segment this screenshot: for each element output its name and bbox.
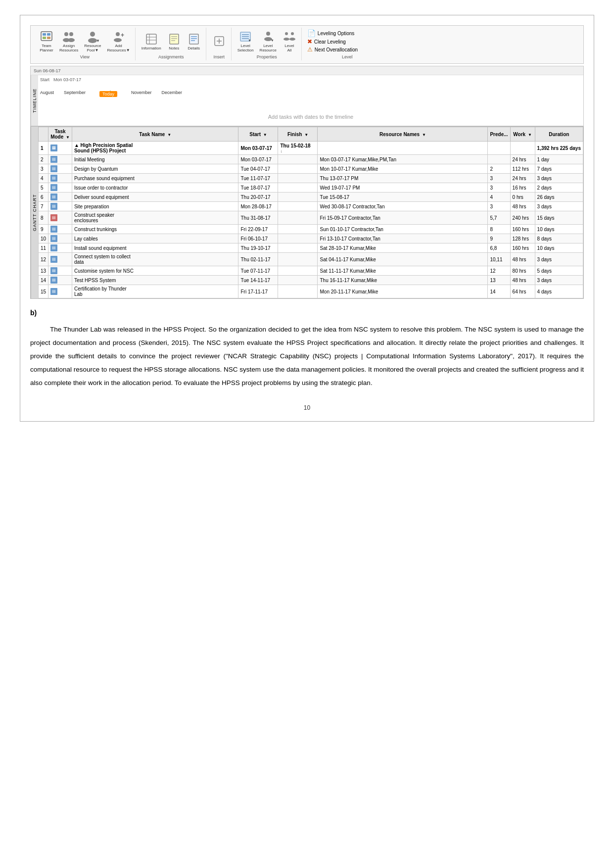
task-mode-icon: ▤ xyxy=(50,244,57,251)
row-num: 6 xyxy=(39,193,48,202)
ribbon-icons-insert xyxy=(210,29,228,53)
col-finish: Finish ▼ xyxy=(278,127,318,142)
task-mode-icon: ▤ xyxy=(50,203,57,210)
row-pred: 9 xyxy=(488,234,510,243)
row-num: 10 xyxy=(39,234,48,243)
row-resources: Mon 03-07-17 Kumar,Mike,PM,Tan xyxy=(318,155,488,164)
row-start: Fri 22-09-17 xyxy=(238,225,278,234)
row-finish xyxy=(278,155,318,164)
row-duration: 2 days xyxy=(535,183,583,193)
row-task-name: Construct speakerenclosures xyxy=(72,211,238,225)
row-duration: 5 days xyxy=(535,266,583,276)
row-pred: 13 xyxy=(488,276,510,285)
level-resource-icon: ▼ xyxy=(261,30,275,44)
row-start: Fri 06-10-17 xyxy=(238,234,278,243)
team-planner-icon xyxy=(40,30,53,44)
information-button[interactable]: Information xyxy=(140,31,163,51)
clear-leveling-icon: ✖ xyxy=(307,38,312,45)
svg-rect-4 xyxy=(47,37,50,39)
gantt-chart: GANTT CHART TaskMode ▼ Task Name ▼ Start… xyxy=(30,126,584,299)
gantt-side-label: GANTT CHART xyxy=(31,127,38,298)
level-all-button[interactable]: LevelAll xyxy=(281,29,298,53)
ribbon-group-level: 📄 Leveling Options ✖ Clear Leveling ⚠ Ne… xyxy=(303,28,392,60)
row-resources: Sun 01-10-17 Contractor,Tan xyxy=(318,225,488,234)
insert-group-label: Insert xyxy=(213,54,225,59)
row-duration: 1,392 hrs 225 days xyxy=(535,142,583,155)
row-work: 48 hrs xyxy=(510,276,535,285)
section-b-label: b) xyxy=(30,309,584,317)
row-finish xyxy=(278,211,318,225)
next-overallocation-button[interactable]: ⚠ Next Overallocation xyxy=(306,46,389,53)
row-work: 80 hrs xyxy=(510,266,535,276)
leveling-options-button[interactable]: 📄 Leveling Options xyxy=(306,29,389,38)
ribbon-icons-view: TeamPlanner AssignResources xyxy=(38,29,132,53)
row-start: Tue 18-07-17 xyxy=(238,183,278,193)
today-button[interactable]: Today xyxy=(99,91,117,97)
row-duration: 10 days xyxy=(535,243,583,253)
assign-resources-icon xyxy=(62,30,76,44)
details-button[interactable]: Details xyxy=(185,31,203,51)
row-work: 160 hrs xyxy=(510,243,535,253)
svg-point-8 xyxy=(68,38,75,42)
insert-button[interactable] xyxy=(210,33,228,49)
row-start: Mon 28-08-17 xyxy=(238,202,278,211)
clear-leveling-button[interactable]: ✖ Clear Leveling xyxy=(306,38,389,46)
row-resources: Sat 28-10-17 Kumar,Mike xyxy=(318,243,488,253)
add-resources-label: AddResources▼ xyxy=(107,44,130,52)
page-number: 10 xyxy=(30,404,584,411)
gantt-table-wrap: TaskMode ▼ Task Name ▼ Start ▼ Finish ▼ … xyxy=(38,127,583,298)
task-mode-icon: ▤ xyxy=(50,267,57,274)
row-duration: 10 days xyxy=(535,225,583,234)
row-pred: 2 xyxy=(488,164,510,174)
task-mode-icon: ▤ xyxy=(50,226,57,233)
section-b-paragraph: The Thunder Lab was released in the HPSS… xyxy=(30,323,584,389)
svg-rect-0 xyxy=(41,32,52,41)
row-resources xyxy=(318,142,488,155)
row-start: Thu 19-10-17 xyxy=(238,243,278,253)
row-num: 3 xyxy=(39,164,48,174)
row-num: 2 xyxy=(39,155,48,164)
team-planner-button[interactable]: TeamPlanner xyxy=(38,29,55,53)
timeline-november: November xyxy=(131,90,152,95)
row-finish xyxy=(278,164,318,174)
col-work: Work ▼ xyxy=(510,127,535,142)
col-resources: Resource Names ▼ xyxy=(318,127,488,142)
row-pred xyxy=(488,155,510,164)
row-task-name: Lay cables xyxy=(72,234,238,243)
table-row: 3 ▤ Design by Quantum Tue 04-07-17 Mon 1… xyxy=(39,164,583,174)
row-pred: 6,8 xyxy=(488,243,510,253)
row-finish xyxy=(278,266,318,276)
row-resources: Mon 20-11-17 Kumar,Mike xyxy=(318,285,488,298)
row-mode: ▤ xyxy=(48,285,72,298)
clear-leveling-label: Clear Leveling xyxy=(314,39,346,45)
task-mode-icon: ▤ xyxy=(50,256,57,263)
row-work: 128 hrs xyxy=(510,234,535,243)
svg-point-38 xyxy=(285,32,288,35)
svg-text:▼: ▼ xyxy=(96,39,99,43)
svg-text:+: + xyxy=(121,32,124,39)
row-task-name: Issue order to contractor xyxy=(72,183,238,193)
task-mode-icon: ▤ xyxy=(50,156,57,163)
notes-button[interactable]: Notes xyxy=(165,31,183,51)
assign-resources-button[interactable]: AssignResources xyxy=(57,29,80,53)
svg-point-6 xyxy=(69,32,73,36)
view-group-label: View xyxy=(80,54,90,59)
row-task-name: Deliver sound equipment xyxy=(72,193,238,202)
table-row: 13 ▤ Customise system for NSC Tue 07-11-… xyxy=(39,266,583,276)
add-resources-icon: + xyxy=(112,30,126,44)
row-resources: Sat 04-11-17 Kumar,Mike xyxy=(318,253,488,266)
row-start: Thu 02-11-17 xyxy=(238,253,278,266)
resource-pool-button[interactable]: ▼ ResourcePool▼ xyxy=(82,29,103,53)
table-row: 10 ▤ Lay cables Fri 06-10-17 Fri 13-10-1… xyxy=(39,234,583,243)
svg-point-39 xyxy=(291,32,294,35)
add-resources-button[interactable]: + AddResources▼ xyxy=(105,29,132,53)
row-mode: ▤ xyxy=(48,183,72,193)
level-resource-button[interactable]: ▼ LevelResource xyxy=(258,29,279,53)
level-all-icon xyxy=(283,30,296,44)
row-mode: ▤ xyxy=(48,211,72,225)
row-task-name: ▲ High Precision SpatialSound (HPSS) Pro… xyxy=(72,142,238,155)
information-label: Information xyxy=(142,46,161,50)
level-selection-button[interactable]: ▼ LevelSelection xyxy=(236,29,256,53)
row-num: 12 xyxy=(39,253,48,266)
col-task-name: Task Name ▼ xyxy=(72,127,238,142)
